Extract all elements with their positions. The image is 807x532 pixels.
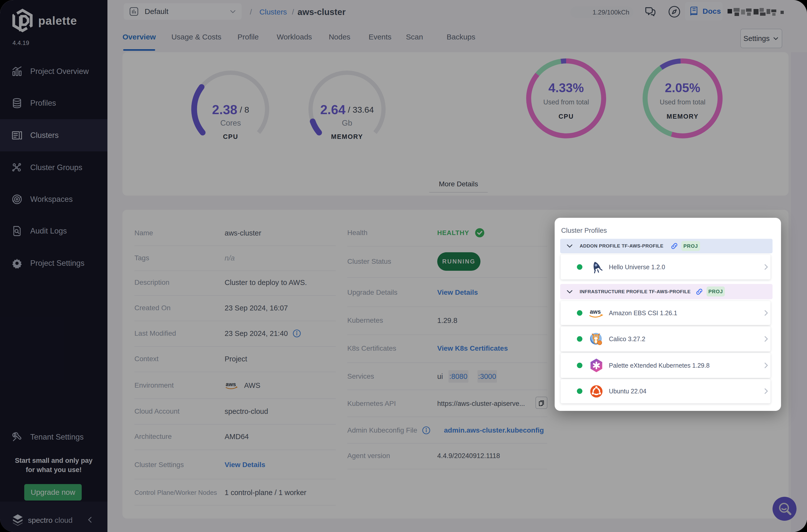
svg-text:aws: aws [590, 308, 601, 315]
